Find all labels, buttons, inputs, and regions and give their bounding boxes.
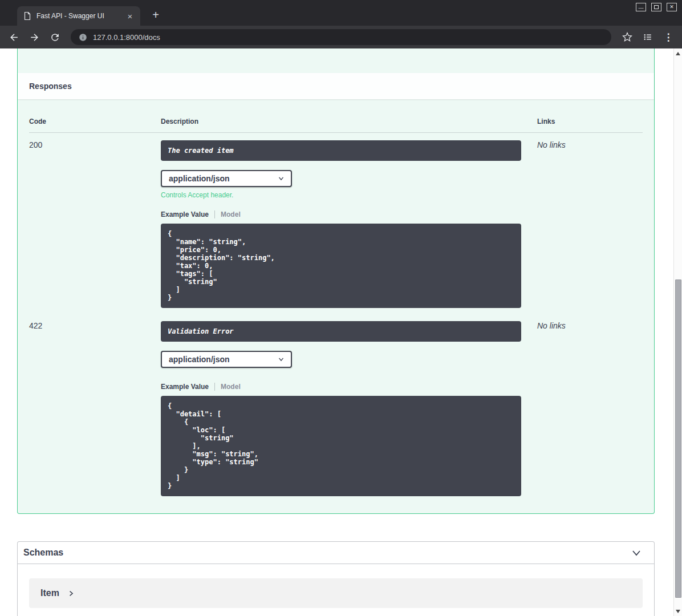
- media-type-select[interactable]: application/json: [161, 351, 292, 368]
- browser-menu-button[interactable]: ⋮: [660, 29, 676, 45]
- chevron-right-icon: [67, 590, 75, 597]
- page-scrollbar[interactable]: [673, 48, 682, 616]
- response-row-200: 200 The created item application/json Co…: [29, 133, 643, 314]
- response-code: 200: [29, 140, 161, 308]
- response-row-422: 422 Validation Error application/json Ex…: [29, 314, 643, 502]
- response-links: No links: [537, 321, 643, 496]
- chevron-down-icon[interactable]: [631, 547, 642, 558]
- window-titlebar: Fast API - Swagger UI × + — ✕: [0, 0, 682, 26]
- forward-arrow-icon: [29, 32, 40, 43]
- response-description: Validation Error application/json Exampl…: [161, 321, 537, 496]
- minimize-button[interactable]: —: [636, 3, 646, 11]
- post-opblock: Responses Code Description Links 200 The…: [17, 48, 655, 514]
- scroll-up-icon[interactable]: [674, 49, 682, 58]
- chevron-down-icon: [277, 175, 285, 183]
- col-header-description: Description: [161, 117, 537, 125]
- responses-table-head: Code Description Links: [29, 111, 643, 133]
- address-bar[interactable]: 127.0.0.1:8000/docs: [71, 29, 611, 45]
- close-button[interactable]: ✕: [667, 3, 677, 11]
- example-json-block: { "name": "string", "price": 0, "descrip…: [161, 224, 521, 308]
- tab-model[interactable]: Model: [221, 383, 241, 391]
- tab-close-icon[interactable]: ×: [125, 12, 135, 21]
- tab-example-value[interactable]: Example Value: [161, 383, 209, 391]
- model-name: Item: [40, 588, 59, 598]
- controls-accept-note: Controls Accept header.: [161, 191, 537, 199]
- media-type-select[interactable]: application/json: [161, 170, 292, 187]
- response-description-text: Validation Error: [161, 321, 521, 342]
- tab-example-value[interactable]: Example Value: [161, 210, 209, 218]
- extensions-icon: [643, 32, 653, 42]
- extensions-button[interactable]: [640, 29, 656, 45]
- bookmark-button[interactable]: [619, 29, 635, 45]
- response-description: The created item application/json Contro…: [161, 140, 537, 308]
- col-header-links: Links: [537, 117, 643, 125]
- scrollbar-thumb[interactable]: [675, 279, 681, 598]
- tab-title: Fast API - Swagger UI: [36, 12, 121, 20]
- responses-table: Code Description Links 200 The created i…: [18, 99, 654, 513]
- responses-title: Responses: [29, 82, 643, 91]
- browser-tab[interactable]: Fast API - Swagger UI ×: [17, 6, 140, 26]
- responses-section-header: Responses: [18, 73, 654, 99]
- forward-button[interactable]: [26, 29, 42, 45]
- browser-window: Fast API - Swagger UI × + — ✕ 127.0.0.1:…: [0, 0, 682, 616]
- tab-separator: [214, 210, 215, 218]
- reload-icon: [50, 32, 60, 43]
- window-controls: — ✕: [636, 3, 677, 11]
- response-code: 422: [29, 321, 161, 496]
- reload-button[interactable]: [47, 29, 63, 45]
- tab-model[interactable]: Model: [221, 210, 241, 218]
- back-button[interactable]: [6, 29, 22, 45]
- page-favicon-icon: [23, 11, 32, 21]
- opblock-spacer: [18, 48, 654, 73]
- scroll-down-icon[interactable]: [674, 607, 682, 615]
- swagger-content: Responses Code Description Links 200 The…: [17, 48, 655, 616]
- url-text[interactable]: 127.0.0.1:8000/docs: [93, 33, 160, 42]
- back-arrow-icon: [9, 32, 19, 43]
- schemas-section: Schemas Item ValidationError: [17, 541, 655, 616]
- tab-separator: [214, 383, 215, 391]
- model-item[interactable]: Item: [29, 578, 643, 608]
- example-model-tabs: Example Value Model: [161, 210, 537, 218]
- chevron-down-icon: [277, 355, 285, 363]
- maximize-button[interactable]: [651, 3, 661, 11]
- bookmark-star-icon: [622, 32, 632, 42]
- new-tab-button[interactable]: +: [148, 8, 163, 23]
- browser-toolbar: 127.0.0.1:8000/docs ⋮: [0, 26, 682, 48]
- col-header-code: Code: [29, 117, 161, 125]
- media-type-value: application/json: [169, 174, 230, 183]
- response-links: No links: [537, 140, 643, 308]
- schemas-title: Schemas: [23, 548, 63, 558]
- schemas-header[interactable]: Schemas: [18, 542, 654, 564]
- site-info-icon[interactable]: [79, 33, 87, 42]
- example-json-block: { "detail": [ { "loc": [ "string" ], "ms…: [161, 396, 521, 496]
- response-description-text: The created item: [161, 140, 521, 161]
- maximize-icon: [654, 5, 659, 9]
- page-viewport: Responses Code Description Links 200 The…: [0, 48, 682, 616]
- schemas-body: Item ValidationError: [18, 564, 654, 616]
- example-model-tabs: Example Value Model: [161, 383, 537, 391]
- media-type-value: application/json: [169, 355, 230, 364]
